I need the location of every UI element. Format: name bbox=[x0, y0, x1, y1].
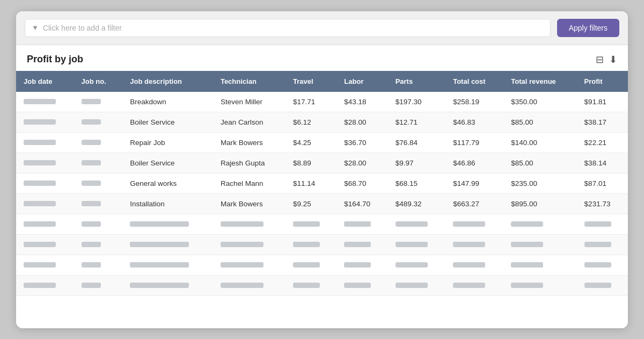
cell-job-date bbox=[16, 153, 74, 173]
cell-parts: $9.97 bbox=[388, 153, 446, 173]
col-job-date: Job date bbox=[16, 71, 74, 92]
cell-profit-ph bbox=[577, 255, 628, 275]
col-job-description: Job description bbox=[122, 71, 213, 92]
cell-job-date bbox=[16, 193, 74, 214]
cell-parts: $12.71 bbox=[388, 112, 446, 132]
report-header: Profit by job ⊟ ⬇ bbox=[16, 45, 628, 71]
cell-total-cost: $117.79 bbox=[445, 132, 503, 153]
cell-job-description: Boiler Service bbox=[122, 153, 213, 173]
cell-parts: $76.84 bbox=[388, 132, 446, 153]
col-parts: Parts bbox=[388, 71, 446, 92]
cell-job-no-ph bbox=[74, 255, 123, 275]
profit-table: Job date Job no. Job description Technic… bbox=[16, 71, 628, 296]
cell-labor-ph bbox=[336, 255, 387, 275]
cell-parts: $68.15 bbox=[388, 173, 446, 193]
cell-profit-ph bbox=[577, 214, 628, 234]
cell-labor: $68.70 bbox=[336, 173, 387, 193]
cell-job-no bbox=[74, 153, 123, 173]
cell-technician: Jean Carlson bbox=[213, 112, 286, 132]
cell-profit: $38.17 bbox=[577, 112, 628, 132]
main-card: ▼ Click here to add a filter Apply filte… bbox=[16, 11, 628, 328]
cell-parts-ph bbox=[388, 214, 446, 234]
cell-total-cost: $258.19 bbox=[445, 92, 503, 112]
cell-job-no bbox=[74, 92, 123, 112]
cell-job-description: Repair Job bbox=[122, 132, 213, 153]
cell-technician: Steven Miller bbox=[213, 92, 286, 112]
cell-total-revenue: $85.00 bbox=[503, 112, 576, 132]
table-row-placeholder bbox=[16, 255, 628, 275]
table-row: Installation Mark Bowers $9.25 $164.70 $… bbox=[16, 193, 628, 214]
table-row-placeholder bbox=[16, 214, 628, 234]
print-icon[interactable]: ⊟ bbox=[596, 54, 604, 66]
cell-travel-ph bbox=[286, 275, 336, 295]
table-row-placeholder bbox=[16, 275, 628, 295]
cell-total-revenue: $235.00 bbox=[503, 173, 576, 193]
cell-job-date bbox=[16, 173, 74, 193]
cell-job-no-ph bbox=[74, 214, 123, 234]
cell-job-no-ph bbox=[74, 234, 123, 255]
cell-travel: $6.12 bbox=[286, 112, 336, 132]
cell-travel-ph bbox=[286, 214, 336, 234]
cell-technician: Mark Bowers bbox=[213, 132, 286, 153]
filter-bar: ▼ Click here to add a filter Apply filte… bbox=[16, 11, 628, 45]
cell-job-date bbox=[16, 132, 74, 153]
cell-job-description: General works bbox=[122, 173, 213, 193]
cell-job-no-ph bbox=[74, 275, 123, 295]
col-travel: Travel bbox=[286, 71, 336, 92]
filter-placeholder: Click here to add a filter bbox=[43, 24, 122, 32]
cell-parts-ph bbox=[388, 275, 446, 295]
col-profit: Profit bbox=[577, 71, 628, 92]
table-row: Boiler Service Rajesh Gupta $8.89 $28.00… bbox=[16, 153, 628, 173]
cell-labor-ph bbox=[336, 214, 387, 234]
cell-labor: $43.18 bbox=[336, 92, 387, 112]
filter-input-wrapper[interactable]: ▼ Click here to add a filter bbox=[25, 19, 551, 37]
cell-tech-ph bbox=[213, 214, 286, 234]
cell-travel: $17.71 bbox=[286, 92, 336, 112]
filter-icon: ▼ bbox=[32, 24, 39, 32]
cell-total-rev-ph bbox=[503, 214, 576, 234]
cell-travel: $9.25 bbox=[286, 193, 336, 214]
cell-total-revenue: $85.00 bbox=[503, 153, 576, 173]
cell-total-revenue: $140.00 bbox=[503, 132, 576, 153]
report-title: Profit by job bbox=[27, 54, 83, 65]
cell-travel: $11.14 bbox=[286, 173, 336, 193]
cell-job-description: Installation bbox=[122, 193, 213, 214]
cell-job-no bbox=[74, 173, 123, 193]
cell-total-revenue: $895.00 bbox=[503, 193, 576, 214]
cell-total-cost: $46.83 bbox=[445, 112, 503, 132]
cell-job-date-ph bbox=[16, 255, 74, 275]
cell-job-date-ph bbox=[16, 234, 74, 255]
cell-job-desc-ph bbox=[122, 234, 213, 255]
table-row: General works Rachel Mann $11.14 $68.70 … bbox=[16, 173, 628, 193]
cell-labor-ph bbox=[336, 275, 387, 295]
cell-job-date-ph bbox=[16, 214, 74, 234]
cell-profit-ph bbox=[577, 234, 628, 255]
table-row: Breakdown Steven Miller $17.71 $43.18 $1… bbox=[16, 92, 628, 112]
apply-filters-button[interactable]: Apply filters bbox=[557, 19, 619, 37]
download-icon[interactable]: ⬇ bbox=[609, 54, 617, 66]
cell-job-description: Boiler Service bbox=[122, 112, 213, 132]
cell-profit: $87.01 bbox=[577, 173, 628, 193]
cell-labor: $36.70 bbox=[336, 132, 387, 153]
table-row: Boiler Service Jean Carlson $6.12 $28.00… bbox=[16, 112, 628, 132]
cell-travel-ph bbox=[286, 234, 336, 255]
cell-total-cost-ph bbox=[445, 275, 503, 295]
cell-total-revenue: $350.00 bbox=[503, 92, 576, 112]
cell-profit-ph bbox=[577, 275, 628, 295]
col-labor: Labor bbox=[336, 71, 387, 92]
cell-profit: $38.14 bbox=[577, 153, 628, 173]
cell-job-date-ph bbox=[16, 275, 74, 295]
cell-total-cost: $663.27 bbox=[445, 193, 503, 214]
cell-parts-ph bbox=[388, 255, 446, 275]
cell-job-no bbox=[74, 132, 123, 153]
cell-total-cost: $46.86 bbox=[445, 153, 503, 173]
table-row-placeholder bbox=[16, 234, 628, 255]
col-job-no: Job no. bbox=[74, 71, 123, 92]
cell-labor-ph bbox=[336, 234, 387, 255]
cell-technician: Mark Bowers bbox=[213, 193, 286, 214]
cell-total-cost-ph bbox=[445, 214, 503, 234]
cell-tech-ph bbox=[213, 234, 286, 255]
cell-total-rev-ph bbox=[503, 275, 576, 295]
cell-job-no bbox=[74, 193, 123, 214]
cell-technician: Rajesh Gupta bbox=[213, 153, 286, 173]
